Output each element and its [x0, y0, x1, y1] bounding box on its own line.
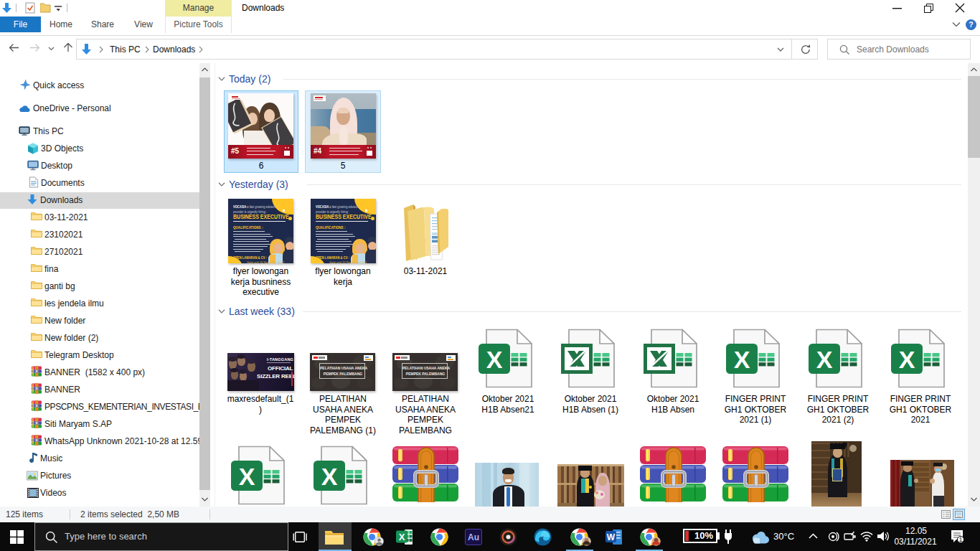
svg-text:?: ?	[969, 20, 973, 29]
svg-text:X: X	[399, 532, 405, 542]
svg-text:W: W	[607, 532, 616, 542]
svg-text:1: 1	[958, 536, 962, 543]
